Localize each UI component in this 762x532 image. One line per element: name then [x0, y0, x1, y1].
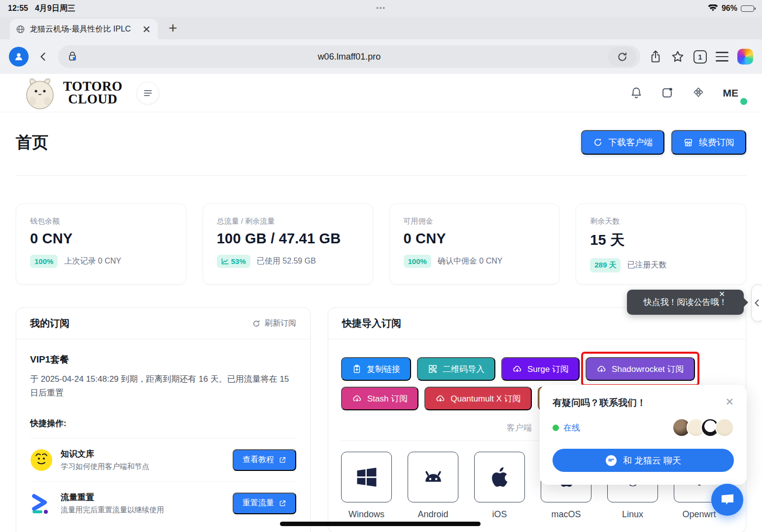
tab-close-icon[interactable]: ✕: [141, 24, 152, 34]
refresh-status-icon[interactable]: [660, 86, 674, 100]
browser-tab[interactable]: 龙猫云机场-最具性价比 IPLC ✕: [10, 19, 158, 39]
site-logo[interactable]: TOTORO CLOUD: [20, 76, 123, 110]
browser-tab-strip: 龙猫云机场-最具性价比 IPLC ✕ +: [0, 17, 762, 39]
quick-actions-label: 快捷操作:: [30, 418, 296, 429]
status-badge: 100%: [404, 255, 431, 268]
notifications-bell-icon[interactable]: [630, 86, 643, 100]
traffic-reset-row: 流量重置 流量用完后重置流量以继续使用 重置流量: [30, 481, 296, 525]
chart-line-icon: [221, 258, 229, 265]
brand-line2: CLOUD: [63, 93, 123, 106]
divider: [16, 175, 746, 176]
stat-card-commission: 可用佣金 0 CNY 100% 确认中佣金 0 CNY: [389, 203, 560, 285]
chat-bubble-icon: [605, 455, 617, 466]
rewards-diamond-icon[interactable]: [692, 86, 705, 100]
apple-icon: [487, 464, 512, 491]
cloud-download-icon: [352, 394, 362, 404]
chat-close-icon[interactable]: ✕: [725, 397, 734, 407]
plan-name: VIP1套餐: [30, 353, 296, 366]
quantumultx-subscribe-button[interactable]: Quantumult X 订阅: [424, 387, 532, 410]
panel-title: 快捷导入订阅: [342, 317, 401, 330]
chat-now-button[interactable]: 和 龙猫云 聊天: [553, 449, 734, 472]
online-status-dot: [740, 98, 747, 105]
external-link-icon: [278, 456, 286, 464]
status-badge: 289 天: [590, 258, 621, 272]
client-section-label: 客户端: [507, 422, 532, 433]
client-tile-windows[interactable]: Windows: [341, 452, 392, 520]
account-me[interactable]: ME: [723, 87, 743, 99]
stat-card-traffic: 总流量 / 剩余流量 100 GB / 47.41 GB 53% 已使用 52.…: [203, 203, 373, 285]
download-client-button[interactable]: 下载客户端: [581, 130, 664, 155]
tab-switcher-button[interactable]: 1: [693, 50, 707, 64]
favorite-star-icon[interactable]: [671, 50, 685, 64]
store-icon: [683, 137, 693, 148]
tooltip-close-icon[interactable]: ✕: [719, 290, 725, 298]
cloud-download-icon: [512, 364, 522, 374]
stat-card-days: 剩余天数 15 天 289 天 已注册天数: [576, 203, 746, 285]
external-link-icon: [278, 499, 286, 507]
shadowrocket-subscribe-button[interactable]: Shadowrocket 订阅: [586, 357, 694, 381]
chat-bubble-icon: [720, 493, 735, 507]
tab-title: 龙猫云机场-最具性价比 IPLC: [30, 24, 137, 34]
refresh-subscription-button[interactable]: 刷新订阅: [252, 318, 296, 329]
client-tile-android[interactable]: Android: [408, 452, 458, 520]
stat-card-wallet: 钱包余额 0 CNY 100% 上次记录 0 CNY: [16, 203, 186, 285]
panel-title: 我的订阅: [30, 317, 69, 330]
date: 4月9日周三: [35, 3, 75, 14]
url-text[interactable]: w06.lmaff01.pro: [58, 52, 640, 62]
chat-fab-button[interactable]: [711, 484, 743, 516]
traffic-reset-icon: [30, 492, 53, 515]
announcement-drawer-handle[interactable]: [751, 284, 762, 322]
online-dot: [553, 425, 559, 431]
home-indicator[interactable]: [280, 522, 481, 526]
back-button[interactable]: [37, 51, 49, 63]
ipad-status-bar: 12:55 4月9日周三 ••• 96%: [0, 0, 762, 17]
clipboard-plus-icon: [352, 364, 362, 374]
battery-icon: [741, 5, 754, 12]
copy-link-button[interactable]: 复制链接: [341, 357, 411, 381]
totoro-mascot-icon: [20, 76, 62, 110]
page-title: 首页: [16, 132, 48, 154]
avatar: [715, 418, 734, 437]
plan-expiry-text: 于 2025-04-24 15:48:29 到期，距离到期还有 16 天。已用流…: [30, 372, 296, 400]
view-tutorial-button[interactable]: 查看教程: [233, 449, 296, 471]
status-badge: 100%: [30, 255, 58, 268]
chat-title: 有疑问吗？联系我们！: [553, 397, 646, 409]
surge-subscribe-button[interactable]: Surge 订阅: [501, 357, 580, 381]
wifi-icon: [708, 4, 718, 12]
qr-code-icon: [428, 364, 438, 374]
online-status: 在线: [553, 422, 580, 433]
renew-subscription-button[interactable]: 续费订阅: [671, 130, 746, 155]
chevron-left-icon: [754, 299, 760, 307]
globe-icon: [16, 25, 25, 34]
lock-icon[interactable]: [67, 51, 78, 63]
download-circle-icon: [593, 137, 603, 147]
menu-icon[interactable]: [716, 52, 728, 62]
knowledge-base-icon: [30, 449, 53, 471]
cloud-download-icon: [596, 364, 607, 374]
support-avatars: [672, 418, 734, 437]
reset-traffic-button[interactable]: 重置流量: [233, 493, 296, 514]
android-icon: [420, 464, 447, 491]
battery-percent: 96%: [722, 4, 737, 13]
new-tab-button[interactable]: +: [169, 20, 177, 36]
multitask-dots-icon: •••: [376, 4, 386, 11]
qr-import-button[interactable]: 二维码导入: [417, 357, 495, 381]
brand-line1: TOTORO: [63, 80, 123, 93]
profile-avatar[interactable]: [9, 47, 29, 66]
copilot-icon[interactable]: [737, 49, 753, 65]
share-icon[interactable]: [649, 50, 662, 64]
clock: 12:55: [8, 4, 28, 13]
cloud-download-icon: [435, 394, 446, 404]
knowledge-base-row: 知识文库 学习如何使用客户端和节点 查看教程: [30, 438, 296, 481]
stash-subscribe-button[interactable]: Stash 订阅: [341, 387, 418, 410]
address-bar[interactable]: w06.lmaff01.pro: [58, 45, 640, 68]
my-subscription-panel: 我的订阅 刷新订阅 VIP1套餐 于 2025-04-24 15:48:29 到…: [16, 307, 311, 532]
client-tile-ios[interactable]: iOS: [474, 452, 525, 520]
chat-widget: 有疑问吗？联系我们！ ✕ 在线 和 龙猫云 聊天: [540, 385, 747, 485]
windows-icon: [354, 465, 380, 490]
refresh-icon: [252, 319, 261, 328]
announcement-tooltip[interactable]: 快点我！阅读公告哦！ ✕: [627, 290, 744, 315]
browser-toolbar: w06.lmaff01.pro 1: [0, 39, 762, 74]
sidebar-toggle-button[interactable]: [137, 82, 159, 104]
site-header: TOTORO CLOUD ME: [0, 74, 762, 112]
